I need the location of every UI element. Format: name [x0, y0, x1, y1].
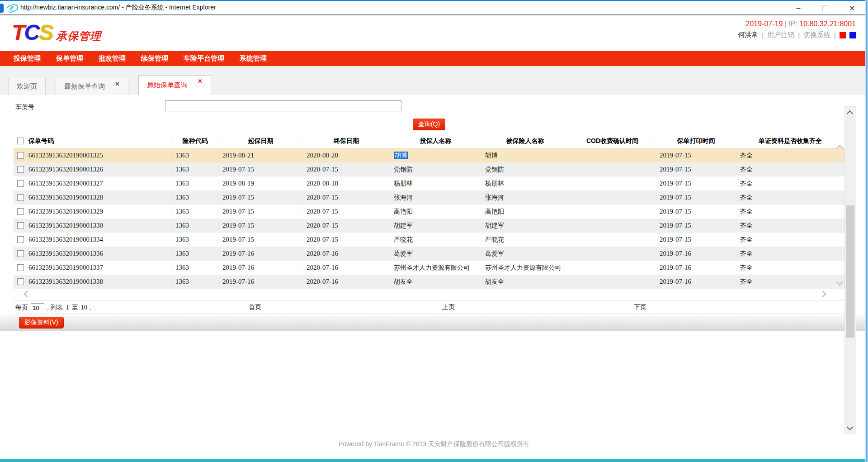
image-material-button[interactable]: 影像资料(V): [19, 317, 64, 329]
scrollbar-down-icon[interactable]: [847, 424, 853, 430]
vin-input[interactable]: [165, 100, 401, 111]
per-page-input[interactable]: [31, 303, 44, 312]
logout-link[interactable]: 用户注销: [767, 31, 794, 39]
content-panel: 车架号 查询(Q) 保单号码 险种代码 起保日期 终保日期 投保人名称 被保险人…: [0, 95, 868, 367]
product-code-cell: 1363: [172, 166, 219, 173]
end-date-cell: 2020-08-18: [303, 180, 390, 187]
policy-no-cell: 6613239136320190001338: [14, 278, 172, 286]
header-print-time: 保单打印时间: [656, 137, 736, 145]
maximize-button[interactable]: [822, 5, 828, 11]
scroll-right-icon[interactable]: [820, 291, 827, 298]
tab-latest-policy-query[interactable]: 最新保单查询 ✕: [56, 78, 128, 95]
start-date-cell: 2019-07-15: [219, 166, 303, 173]
applicant-cell: 苏州圣才人力资源有限公司: [390, 264, 481, 272]
tab-close-icon[interactable]: ✕: [115, 81, 120, 87]
scrollbar-thumb[interactable]: [846, 205, 854, 338]
menu-item-endorsement[interactable]: 批改管理: [99, 54, 126, 63]
prev-page-link[interactable]: 上页: [442, 303, 455, 311]
row-checkbox[interactable]: [17, 250, 24, 257]
scroll-left-icon[interactable]: [24, 291, 31, 298]
row-checkbox[interactable]: [17, 208, 24, 215]
policy-number: 6613239136320190001336: [28, 250, 103, 257]
current-date: 2019-07-19: [746, 20, 783, 28]
policy-number: 6613239136320190001330: [28, 222, 103, 229]
row-checkbox[interactable]: [17, 166, 24, 173]
docs-complete-cell: 齐全: [736, 264, 844, 272]
switch-system-link[interactable]: 切换系统: [803, 31, 830, 39]
start-date-cell: 2019-08-21: [219, 152, 303, 159]
docs-complete-cell: 齐全: [736, 194, 844, 202]
row-checkbox[interactable]: [17, 278, 24, 285]
next-page-link[interactable]: 下页: [634, 303, 646, 311]
query-button[interactable]: 查询(Q): [413, 119, 445, 130]
table-row[interactable]: 6613239136320190001330 1363 2019-07-15 2…: [14, 219, 844, 233]
product-code-cell: 1363: [172, 180, 219, 187]
row-checkbox[interactable]: [17, 222, 24, 229]
first-page-link[interactable]: 首页: [249, 303, 261, 311]
tab-welcome[interactable]: 欢迎页: [8, 78, 46, 95]
table-row[interactable]: 6613239136320190001328 1363 2019-07-15 2…: [14, 191, 844, 205]
username: 何洪常: [738, 31, 758, 39]
print-time-cell: 2019-07-16: [656, 250, 736, 257]
red-theme-badge[interactable]: [840, 32, 846, 38]
applicant-cell: 张海河: [390, 194, 481, 202]
start-date-cell: 2019-08-19: [219, 180, 303, 187]
menu-item-auto-platform[interactable]: 车险平台管理: [184, 54, 224, 63]
menu-item-renewal[interactable]: 续保管理: [141, 54, 168, 63]
row-checkbox[interactable]: [17, 152, 24, 159]
docs-complete-cell: 齐全: [736, 166, 844, 174]
row-checkbox[interactable]: [17, 194, 24, 201]
tab-close-icon[interactable]: ✕: [198, 78, 203, 85]
table-row[interactable]: 6613239136320190001337 1363 2019-07-16 2…: [14, 261, 844, 275]
product-code-cell: 1363: [172, 208, 219, 215]
start-date-cell: 2019-07-16: [219, 278, 303, 286]
policy-no-cell: 6613239136320190001337: [14, 264, 172, 271]
print-time-cell: 2019-07-15: [656, 222, 736, 229]
table-row[interactable]: 6613239136320190001338 1363 2019-07-16 2…: [14, 275, 844, 289]
table-header-row: 保单号码 险种代码 起保日期 终保日期 投保人名称 被保险人名称 COD收费确认…: [14, 134, 844, 148]
table-row[interactable]: 6613239136320190001326 1363 2019-07-15 2…: [14, 162, 844, 176]
header-end-date: 终保日期: [303, 137, 390, 145]
select-all-checkbox[interactable]: [17, 138, 24, 144]
session-info: 2019-07-19 | IP: 10.80.32.21:8001: [738, 20, 856, 28]
row-checkbox[interactable]: [17, 236, 24, 243]
table-row[interactable]: 6613239136320190001334 1363 2019-07-15 2…: [14, 233, 844, 247]
insured-cell: 高艳阳: [481, 208, 569, 216]
policy-no-cell: 6613239136320190001336: [14, 250, 172, 257]
product-code-cell: 1363: [172, 194, 219, 201]
tab-original-policy-query[interactable]: 原始保单查询 ✕: [138, 75, 211, 95]
menu-item-underwriting[interactable]: 投保管理: [14, 54, 41, 63]
minimize-button[interactable]: –: [793, 4, 803, 12]
table-row[interactable]: 6613239136320190001325 1363 2019-08-21 2…: [14, 148, 844, 162]
taskbar-icon-sliver: [0, 4, 4, 13]
header-start-date: 起保日期: [219, 137, 303, 145]
product-code-cell: 1363: [172, 278, 219, 286]
product-code-cell: 1363: [172, 222, 219, 229]
app-header: TCS承保管理 2019-07-19 | IP: 10.80.32.21:800…: [0, 15, 868, 51]
end-date-cell: 2020-07-15: [303, 236, 390, 243]
menu-item-system[interactable]: 系统管理: [240, 54, 267, 63]
per-page-label: 每页: [15, 304, 28, 312]
print-time-cell: 2019-07-15: [656, 152, 736, 159]
row-checkbox[interactable]: [17, 180, 24, 187]
footer-text: Powered by TianFrame © 2013 天安财产保险股份有限公司…: [0, 440, 868, 448]
policy-no-cell: 6613239136320190001326: [14, 166, 172, 173]
end-date-cell: 2020-08-20: [303, 152, 390, 159]
docs-complete-cell: 齐全: [736, 222, 844, 230]
blue-theme-badge[interactable]: [849, 32, 856, 38]
menu-item-policy[interactable]: 保单管理: [56, 54, 83, 63]
table-row[interactable]: 6613239136320190001327 1363 2019-08-19 2…: [14, 176, 844, 191]
row-checkbox[interactable]: [17, 264, 24, 271]
page-scrollbar[interactable]: [844, 106, 856, 434]
policy-number: 6613239136320190001329: [28, 208, 103, 215]
policy-table: 保单号码 险种代码 起保日期 终保日期 投保人名称 被保险人名称 COD收费确认…: [14, 134, 844, 289]
scrollbar-up-icon[interactable]: [847, 110, 853, 117]
product-code-cell: 1363: [172, 264, 219, 271]
insured-cell: 葛爱军: [481, 250, 569, 258]
policy-no-cell: 6613239136320190001328: [14, 194, 172, 201]
end-date-cell: 2020-07-16: [303, 250, 390, 257]
close-button[interactable]: ✕: [847, 4, 857, 13]
docs-complete-cell: 齐全: [736, 152, 844, 160]
table-row[interactable]: 6613239136320190001329 1363 2019-07-15 2…: [14, 205, 844, 219]
table-row[interactable]: 6613239136320190001336 1363 2019-07-16 2…: [14, 247, 844, 261]
